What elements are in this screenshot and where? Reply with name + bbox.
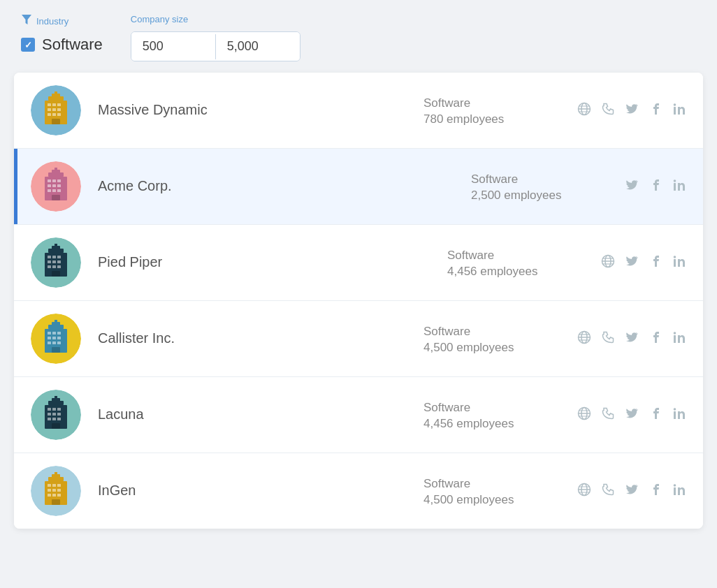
company-row[interactable]: Pied Piper Software 4,456 employees (14, 225, 703, 301)
company-info: Acme Corp. (98, 178, 471, 196)
facebook-icon[interactable] (649, 330, 662, 348)
industry-filter: Industry Software (21, 14, 103, 54)
web-icon[interactable] (577, 102, 591, 119)
svg-rect-110 (48, 489, 51, 492)
size-range-inputs (131, 31, 300, 61)
company-size-label: Company size (131, 14, 300, 24)
company-employees: 2,500 employees (471, 189, 611, 203)
twitter-icon[interactable] (625, 406, 639, 424)
company-details: Software 2,500 employees (471, 170, 611, 203)
company-row[interactable]: Acme Corp. Software 2,500 employees (14, 149, 703, 225)
phone-icon[interactable] (601, 483, 615, 500)
company-actions (577, 483, 686, 500)
svg-point-104 (674, 408, 676, 411)
phone-icon[interactable] (601, 102, 615, 119)
company-industry: Software (447, 247, 587, 265)
phone-icon[interactable] (601, 406, 615, 424)
svg-rect-47 (48, 265, 51, 268)
facebook-icon[interactable] (649, 483, 662, 500)
svg-rect-90 (57, 413, 61, 416)
company-row[interactable]: InGen Software 4,500 employees (14, 453, 703, 529)
company-industry: Software (423, 94, 563, 112)
svg-rect-30 (48, 189, 51, 192)
svg-rect-72 (52, 347, 60, 353)
twitter-icon[interactable] (625, 330, 639, 348)
web-icon[interactable] (577, 406, 591, 424)
svg-rect-14 (55, 91, 57, 94)
company-actions (601, 254, 686, 272)
company-info: Massive Dynamic (98, 102, 423, 119)
svg-rect-114 (52, 494, 56, 497)
linkedin-icon[interactable] (672, 178, 686, 196)
svg-rect-89 (52, 413, 56, 416)
twitter-icon[interactable] (625, 178, 639, 196)
company-name: Acme Corp. (98, 178, 471, 194)
facebook-icon[interactable] (649, 406, 662, 424)
company-name: Pied Piper (98, 254, 447, 270)
linkedin-icon[interactable] (672, 254, 686, 272)
companies-list: Massive Dynamic Software 780 employees (14, 73, 703, 529)
svg-rect-71 (57, 341, 61, 344)
svg-rect-91 (48, 418, 51, 420)
facebook-icon[interactable] (649, 102, 662, 119)
svg-rect-59 (674, 259, 676, 267)
phone-icon[interactable] (601, 330, 615, 348)
svg-rect-29 (57, 184, 61, 187)
company-employees: 4,456 employees (447, 265, 587, 279)
company-industry: Software (423, 475, 563, 493)
company-details: Software 780 employees (423, 94, 563, 126)
svg-rect-4 (57, 103, 61, 106)
filter-icon (21, 14, 32, 29)
svg-rect-8 (48, 113, 51, 116)
company-info: Callister Inc. (98, 330, 423, 348)
company-row[interactable]: Callister Inc. Software 4,500 employees (14, 301, 703, 377)
company-avatar (31, 466, 81, 516)
svg-rect-107 (48, 484, 51, 487)
svg-point-38 (674, 179, 676, 182)
linkedin-icon[interactable] (672, 483, 686, 500)
company-details: Software 4,456 employees (447, 247, 587, 279)
svg-rect-10 (57, 113, 61, 116)
facebook-icon[interactable] (649, 254, 662, 272)
industry-checkbox[interactable] (21, 38, 35, 52)
svg-rect-85 (48, 408, 51, 411)
linkedin-icon[interactable] (672, 406, 686, 424)
company-row[interactable]: Massive Dynamic Software 780 employees (14, 73, 703, 149)
industry-checkbox-row: Software (21, 36, 103, 54)
company-avatar (31, 85, 81, 135)
svg-rect-31 (52, 189, 56, 192)
svg-rect-50 (52, 271, 60, 277)
size-max-input[interactable] (216, 32, 300, 61)
svg-rect-24 (48, 179, 51, 182)
svg-rect-6 (52, 108, 56, 111)
company-name: InGen (98, 483, 423, 499)
svg-rect-116 (52, 499, 60, 505)
company-avatar (31, 237, 81, 288)
company-info: Lacuna (98, 406, 423, 424)
company-industry: Software (423, 323, 563, 341)
twitter-icon[interactable] (625, 483, 639, 500)
company-actions (577, 406, 686, 424)
svg-rect-2 (48, 103, 51, 106)
industry-label-text: Industry (36, 16, 68, 27)
company-details: Software 4,500 employees (423, 323, 563, 355)
web-icon[interactable] (577, 483, 591, 500)
company-size-label-text: Company size (131, 14, 188, 24)
svg-rect-70 (52, 341, 56, 344)
linkedin-icon[interactable] (672, 330, 686, 348)
svg-rect-64 (52, 332, 56, 335)
twitter-icon[interactable] (625, 102, 639, 119)
svg-rect-3 (52, 103, 56, 106)
company-info: InGen (98, 483, 423, 500)
company-row[interactable]: Lacuna Software 4,456 employees (14, 377, 703, 453)
linkedin-icon[interactable] (672, 102, 686, 119)
twitter-icon[interactable] (625, 254, 639, 272)
web-icon[interactable] (577, 330, 591, 348)
facebook-icon[interactable] (649, 178, 662, 196)
company-size-filter: Company size (131, 14, 300, 61)
size-min-input[interactable] (131, 32, 215, 61)
company-details: Software 4,500 employees (423, 475, 563, 507)
web-icon[interactable] (601, 254, 615, 272)
svg-rect-65 (57, 332, 61, 335)
svg-rect-86 (52, 408, 56, 411)
